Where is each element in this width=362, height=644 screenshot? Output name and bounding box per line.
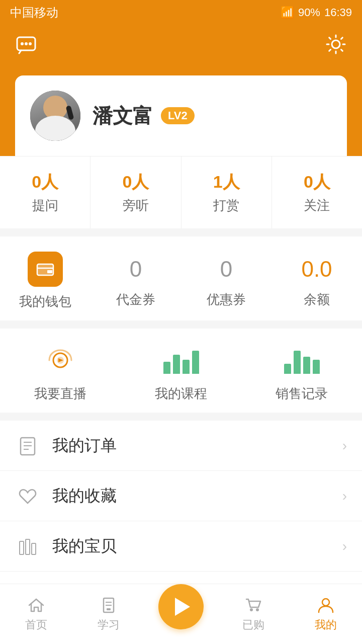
balance-label: 余额 <box>272 291 362 308</box>
time-label: 16:39 <box>324 6 352 19</box>
battery-label: 90% <box>298 6 320 19</box>
coupon-num: 0 <box>181 252 272 287</box>
svg-rect-15 <box>20 541 24 554</box>
my-orders-item[interactable]: 我的订单 › <box>0 421 362 471</box>
svg-point-28 <box>322 599 329 606</box>
svg-point-2 <box>25 42 28 45</box>
nav-mine-label: 我的 <box>315 617 337 632</box>
play-icon <box>175 598 190 616</box>
cash-voucher-num: 0 <box>90 252 181 287</box>
stat-listen-label: 旁听 <box>90 197 180 214</box>
my-courses-label: 我的课程 <box>121 385 241 403</box>
profile-card: 潘文富 LV2 <box>0 65 362 156</box>
sales-icon <box>284 344 319 379</box>
svg-point-27 <box>256 608 259 611</box>
sales-record-button[interactable]: 销售记录 <box>241 344 362 403</box>
profile-name: 潘文富 <box>93 102 153 130</box>
treasures-arrow: › <box>342 538 347 554</box>
stat-question-num: 0人 <box>0 171 90 194</box>
app-header <box>0 25 362 65</box>
settings-button[interactable] <box>325 33 347 57</box>
nav-study-label: 学习 <box>98 617 120 632</box>
live-broadcast-label: 我要直播 <box>0 385 121 403</box>
profile-icon <box>317 596 335 614</box>
stat-reward-num: 1人 <box>182 171 272 194</box>
wallet-section: 我的钱包 0 代金券 0 优惠券 0.0 余额 <box>0 236 362 320</box>
courses-icon <box>163 344 199 379</box>
study-icon <box>100 596 118 614</box>
svg-rect-5 <box>37 264 53 275</box>
tools-section: 我要直播 我的课程 <box>0 329 362 413</box>
my-treasures-item[interactable]: 我的宝贝 › <box>0 521 362 572</box>
nav-study[interactable]: 学习 <box>72 584 145 644</box>
orders-icon <box>15 433 40 458</box>
cash-voucher-label: 代金券 <box>90 291 181 308</box>
treasures-icon <box>15 534 40 559</box>
sales-record-label: 销售记录 <box>241 385 362 403</box>
stat-follow[interactable]: 0人 关注 <box>272 156 362 228</box>
avatar[interactable] <box>30 91 80 141</box>
chat-button[interactable] <box>15 33 37 57</box>
profile-info: 潘文富 LV2 <box>93 102 195 130</box>
signal-icon: 📶 <box>281 6 294 19</box>
stat-reward-label: 打赏 <box>182 197 272 214</box>
stat-question-label: 提问 <box>0 197 90 214</box>
my-treasures-label: 我的宝贝 <box>52 535 342 557</box>
play-button[interactable] <box>158 584 204 629</box>
home-icon <box>27 596 45 614</box>
nav-play-center <box>145 584 217 644</box>
nav-home[interactable]: 首页 <box>0 584 72 644</box>
wallet-icon <box>28 252 63 287</box>
svg-point-26 <box>250 608 253 611</box>
stat-follow-num: 0人 <box>272 171 362 194</box>
nav-purchased[interactable]: 已购 <box>217 584 290 644</box>
balance-button[interactable]: 0.0 余额 <box>272 252 362 308</box>
coupon-label: 优惠券 <box>181 291 272 308</box>
nav-home-label: 首页 <box>25 617 47 632</box>
favorites-icon <box>15 484 40 509</box>
stat-follow-label: 关注 <box>272 197 362 214</box>
status-bar: 中国移动 📶 90% 16:39 <box>0 0 362 25</box>
nav-purchased-label: 已购 <box>242 617 264 632</box>
nav-mine[interactable]: 我的 <box>290 584 362 644</box>
live-icon <box>43 344 78 379</box>
carrier-label: 中国移动 <box>10 5 58 21</box>
my-orders-label: 我的订单 <box>52 435 342 457</box>
stat-listen-num: 0人 <box>90 171 180 194</box>
bottom-nav: 首页 学习 已购 我的 <box>0 584 362 644</box>
svg-rect-17 <box>32 543 36 554</box>
cash-voucher-button[interactable]: 0 代金券 <box>90 252 181 308</box>
orders-arrow: › <box>342 438 347 454</box>
svg-rect-16 <box>26 539 30 554</box>
svg-rect-7 <box>47 270 52 273</box>
svg-point-4 <box>332 40 340 48</box>
svg-rect-25 <box>107 608 111 610</box>
my-favorites-item[interactable]: 我的收藏 › <box>0 471 362 521</box>
svg-point-1 <box>21 42 24 45</box>
stat-listen[interactable]: 0人 旁听 <box>90 156 181 228</box>
balance-num: 0.0 <box>272 252 362 287</box>
live-broadcast-button[interactable]: 我要直播 <box>0 344 121 403</box>
coupon-button[interactable]: 0 优惠券 <box>181 252 272 308</box>
level-badge: LV2 <box>161 107 195 124</box>
my-wallet-label: 我的钱包 <box>0 293 90 310</box>
stat-question[interactable]: 0人 提问 <box>0 156 90 228</box>
cart-icon <box>244 596 262 614</box>
favorites-arrow: › <box>342 488 347 504</box>
my-courses-button[interactable]: 我的课程 <box>121 344 241 403</box>
svg-point-3 <box>29 42 32 45</box>
stats-row: 0人 提问 0人 旁听 1人 打赏 0人 关注 <box>0 156 362 228</box>
my-wallet-button[interactable]: 我的钱包 <box>0 252 90 310</box>
my-favorites-label: 我的收藏 <box>52 485 342 507</box>
stat-reward[interactable]: 1人 打赏 <box>182 156 272 228</box>
